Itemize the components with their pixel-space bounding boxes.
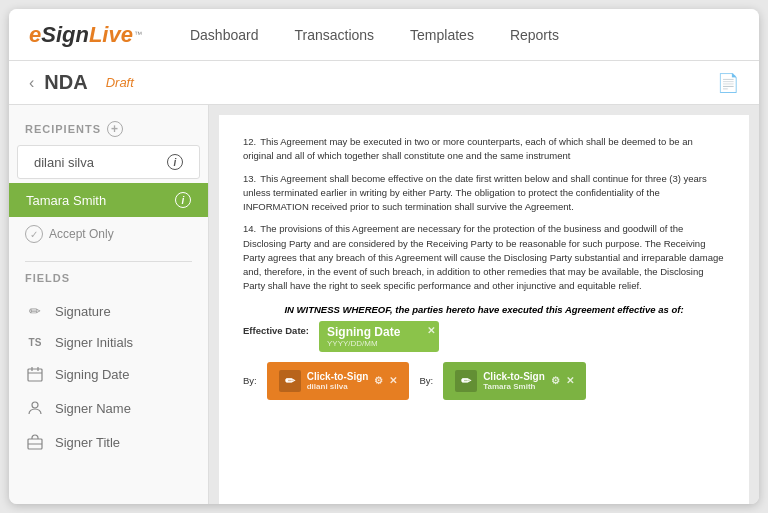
signing-date-widget[interactable]: ✕ Signing Date YYYY/DD/MM [319,321,439,352]
pencil-icon: ✏ [455,370,477,392]
add-recipient-button[interactable]: + [107,121,123,137]
calendar-icon [25,364,45,384]
app-container: eSignLive™ Dashboard Transactions Templa… [9,9,759,504]
main-nav: Dashboard Transactions Templates Reports [172,9,739,61]
nav-dashboard[interactable]: Dashboard [172,9,277,61]
signature-icon: ✏ [25,301,45,321]
nav-reports[interactable]: Reports [492,9,577,61]
doc-paragraph-14: 14.The provisions of this Agreement are … [243,222,725,293]
close-icon[interactable]: ✕ [389,375,397,386]
gear-icon[interactable]: ⚙ [551,375,560,386]
header: eSignLive™ Dashboard Transactions Templa… [9,9,759,61]
sig-by-2: By: [419,375,433,386]
logo-tm: ™ [134,30,142,39]
effective-date-label: Effective Date: [243,321,309,336]
logo-live: Live [89,22,133,48]
recipient-info-icon[interactable]: i [175,192,191,208]
para-num: 12. [243,136,256,147]
sidebar: RECIPIENTS + dilani silva i Tamara Smith… [9,105,209,504]
recipient-name: Tamara Smith [26,193,106,208]
page-title: NDA [44,71,87,94]
field-label: Signature [55,304,111,319]
field-signer-initials[interactable]: TS Signer Initials [9,328,208,357]
effective-date-row: Effective Date: ✕ Signing Date YYYY/DD/M… [243,321,725,352]
nav-transactions[interactable]: Transactions [276,9,392,61]
gear-icon[interactable]: ⚙ [374,375,383,386]
check-circle-icon: ✓ [25,225,43,243]
sig-by-1: By: [243,375,257,386]
breadcrumb-bar: ‹ NDA Draft 📄 [9,61,759,105]
fields-section-title: FIELDS [9,272,208,294]
accept-only-option[interactable]: ✓ Accept Only [9,217,208,251]
logo: eSignLive™ [29,22,142,48]
document-area: 12.This Agreement may be executed in two… [209,105,759,504]
field-label: Signing Date [55,367,129,382]
doc-paragraph-12: 12.This Agreement may be executed in two… [243,135,725,164]
click-to-sign-2[interactable]: ✏ Click-to-Sign Tamara Smith ⚙ ✕ [443,362,586,400]
initials-icon: TS [25,337,45,348]
recipient-item[interactable]: dilani silva i [17,145,200,179]
signing-date-title: Signing Date [327,325,431,339]
back-button[interactable]: ‹ [29,74,34,92]
witness-line: IN WITNESS WHEREOF, the parties hereto h… [243,304,725,315]
field-label: Signer Title [55,435,120,450]
svg-point-4 [32,402,38,408]
doc-paragraph-13: 13.This Agreement shall become effective… [243,172,725,215]
cts-content: Click-to-Sign Tamara Smith [483,371,545,391]
cts-content: Click-to-Sign dilani silva [307,371,369,391]
logo-sign: Sign [41,22,89,48]
recipients-section-title: RECIPIENTS + [9,121,208,145]
cts-title: Click-to-Sign [483,371,545,382]
para-num: 13. [243,173,256,184]
field-signer-name[interactable]: Signer Name [9,391,208,425]
para-text: This Agreement shall become effective on… [243,173,707,213]
signing-date-format: YYYY/DD/MM [327,339,431,348]
para-text: The provisions of this Agreement are nec… [243,223,724,291]
person-icon [25,398,45,418]
signature-row: By: ✏ Click-to-Sign dilani silva ⚙ ✕ By:… [243,362,725,400]
pencil-icon: ✏ [279,370,301,392]
recipient-name: dilani silva [34,155,94,170]
cts-name: dilani silva [307,382,369,391]
briefcase-icon [25,432,45,452]
para-num: 14. [243,223,256,234]
para-text: This Agreement may be executed in two or… [243,136,693,161]
field-signing-date[interactable]: Signing Date [9,357,208,391]
sidebar-divider [25,261,192,262]
recipient-item[interactable]: Tamara Smith i [9,183,208,217]
document-icon[interactable]: 📄 [717,72,739,94]
click-to-sign-1[interactable]: ✏ Click-to-Sign dilani silva ⚙ ✕ [267,362,410,400]
document-page: 12.This Agreement may be executed in two… [219,115,749,504]
breadcrumb-actions: 📄 [717,72,739,94]
status-badge: Draft [106,75,134,90]
field-label: Signer Name [55,401,131,416]
main-content: RECIPIENTS + dilani silva i Tamara Smith… [9,105,759,504]
svg-rect-0 [28,369,42,381]
cts-name: Tamara Smith [483,382,545,391]
accept-only-label: Accept Only [49,227,114,241]
close-icon[interactable]: ✕ [566,375,574,386]
widget-close-icon[interactable]: ✕ [427,325,435,336]
field-label: Signer Initials [55,335,133,350]
recipient-info-icon[interactable]: i [167,154,183,170]
logo-e: e [29,22,41,48]
cts-title: Click-to-Sign [307,371,369,382]
field-signer-title[interactable]: Signer Title [9,425,208,459]
field-signature[interactable]: ✏ Signature [9,294,208,328]
nav-templates[interactable]: Templates [392,9,492,61]
